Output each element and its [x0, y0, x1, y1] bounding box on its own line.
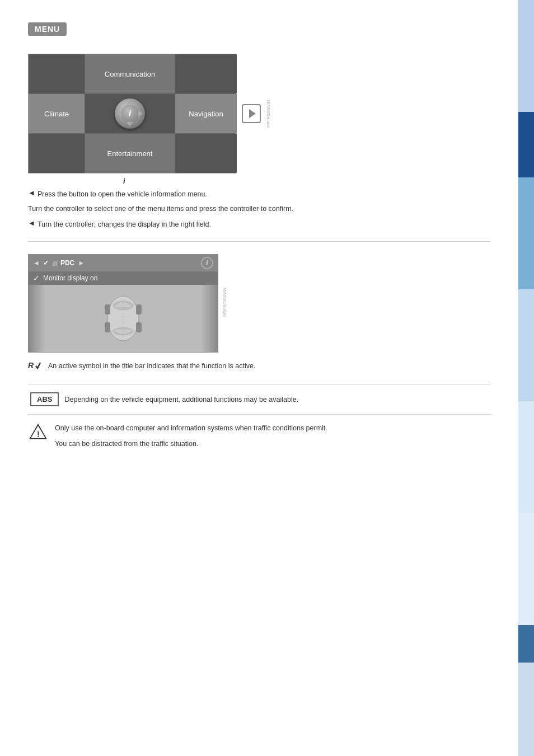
- menu-section: MENU Communication Climate: [28, 22, 490, 230]
- abs-button: ABS: [30, 392, 59, 406]
- rv-icon-container: R: [28, 360, 44, 372]
- i-label-area: i: [123, 177, 490, 185]
- svg-rect-5: [136, 304, 142, 314]
- nav-grid: Communication Climate i Navigation: [28, 54, 236, 173]
- tab-2: [518, 112, 534, 177]
- svg-rect-3: [105, 304, 110, 314]
- nav-cell-bottom-left: [29, 134, 85, 173]
- rv-icon: R: [28, 360, 44, 370]
- nav-cell-top-left: [29, 54, 85, 93]
- divider-3: [28, 414, 490, 415]
- right-sidebar: [518, 0, 534, 756]
- pdc-right-arrow: ►: [78, 259, 85, 267]
- paragraph3-text: Turn the controller: changes the display…: [38, 219, 211, 230]
- paragraph3-block: ◄ Turn the controller: changes the displ…: [28, 219, 409, 230]
- nav-cell-entertainment[interactable]: Entertainment: [85, 134, 175, 173]
- pdc-info-btn[interactable]: i: [201, 257, 213, 269]
- car-right-shadow: [201, 285, 218, 352]
- nav-vertical-label: MINISIDAnavi: [266, 100, 271, 128]
- pdc-camera-icon: ▤: [52, 260, 57, 266]
- pdc-header: ◄ ✓ ▤ PDC ► i: [29, 255, 218, 271]
- svg-text:!: !: [37, 430, 40, 439]
- nav-cell-navigation[interactable]: Navigation: [175, 94, 237, 133]
- abs-paragraph-text: Depending on the vehicle equipment, addi…: [64, 394, 298, 405]
- pdc-left-arrow: ◄: [33, 259, 40, 267]
- pdc-monitor-row: ✓ Monitor display on: [29, 271, 218, 285]
- svg-text:R: R: [28, 361, 34, 370]
- car-top-view: [90, 293, 157, 344]
- tab-5: [518, 401, 534, 513]
- rv-paragraph-text: An active symbol in the title bar indica…: [48, 360, 255, 372]
- paragraph1-block: ◄ Press the button to open the vehicle i…: [28, 189, 409, 200]
- pdc-screen: ◄ ✓ ▤ PDC ► i ✓ Monitor display on: [28, 254, 218, 353]
- warning-triangle-container: !: [28, 422, 48, 443]
- warning-para2: You can be distracted from the traffic s…: [55, 438, 327, 449]
- pdc-header-left: ◄ ✓ ▤ PDC ►: [33, 259, 85, 267]
- tab-6: [518, 513, 534, 625]
- main-content: MENU Communication Climate: [0, 0, 518, 476]
- svg-rect-6: [136, 322, 142, 332]
- joystick-arrow-down: [127, 122, 133, 126]
- tab-3: [518, 177, 534, 289]
- pdc-section: ◄ ✓ ▤ PDC ► i ✓ Monitor display on: [28, 252, 490, 353]
- pdc-screen-container: ◄ ✓ ▤ PDC ► i ✓ Monitor display on: [28, 252, 218, 353]
- warning-block: ! Only use the on-board computer and inf…: [28, 422, 490, 454]
- svg-rect-4: [105, 322, 110, 332]
- joystick-arrow-right: [138, 110, 143, 117]
- i-symbol: i: [123, 177, 125, 185]
- menu-button[interactable]: MENU: [28, 22, 67, 36]
- nav-diagram-container: Communication Climate i Navigation: [28, 54, 490, 173]
- tab-4: [518, 289, 534, 401]
- abs-paragraph-block: ABS Depending on the vehicle equipment, …: [28, 392, 409, 406]
- joystick[interactable]: i: [115, 98, 145, 129]
- tab-7: [518, 625, 534, 663]
- nav-cell-bottom-right: [175, 134, 237, 173]
- bullet-arrow-2: ◄: [28, 219, 35, 227]
- joystick-arrow-left: [117, 110, 121, 117]
- pdc-title: PDC: [60, 259, 74, 267]
- play-btn-area: MINISIDAnavi: [242, 104, 261, 123]
- divider-1: [28, 241, 490, 242]
- warning-text-block: Only use the on-board computer and infor…: [55, 422, 327, 454]
- warning-triangle-icon: !: [28, 422, 48, 440]
- rv-paragraph-block: R An active symbol in the title bar indi…: [28, 360, 409, 376]
- play-button[interactable]: [242, 104, 261, 123]
- nav-cell-top-right: [175, 54, 237, 93]
- pdc-vertical-label: MINISIDSwipe: [222, 288, 227, 317]
- paragraph1-text: Press the button to open the vehicle inf…: [38, 189, 207, 200]
- pdc-car-area: [29, 285, 218, 352]
- joystick-label: i: [129, 109, 131, 119]
- car-left-shadow: [29, 285, 45, 352]
- divider-2: [28, 384, 490, 384]
- tab-8: [518, 663, 534, 756]
- joystick-arrow-up: [127, 101, 133, 105]
- paragraph2-text: Turn the controller to select one of the…: [28, 203, 364, 214]
- play-triangle-icon: [249, 109, 256, 118]
- monitor-check: ✓: [33, 274, 40, 283]
- nav-cell-climate[interactable]: Climate: [29, 94, 85, 133]
- monitor-label: Monitor display on: [43, 274, 97, 282]
- pdc-info-label: i: [206, 259, 208, 267]
- nav-cell-center[interactable]: i: [85, 94, 175, 133]
- joystick-inner: i: [121, 105, 139, 123]
- bullet-arrow-1: ◄: [28, 189, 35, 197]
- pdc-check-icon: ✓: [43, 259, 49, 267]
- warning-para1: Only use the on-board computer and infor…: [55, 422, 327, 434]
- tab-1: [518, 0, 534, 112]
- nav-cell-communication[interactable]: Communication: [85, 54, 175, 93]
